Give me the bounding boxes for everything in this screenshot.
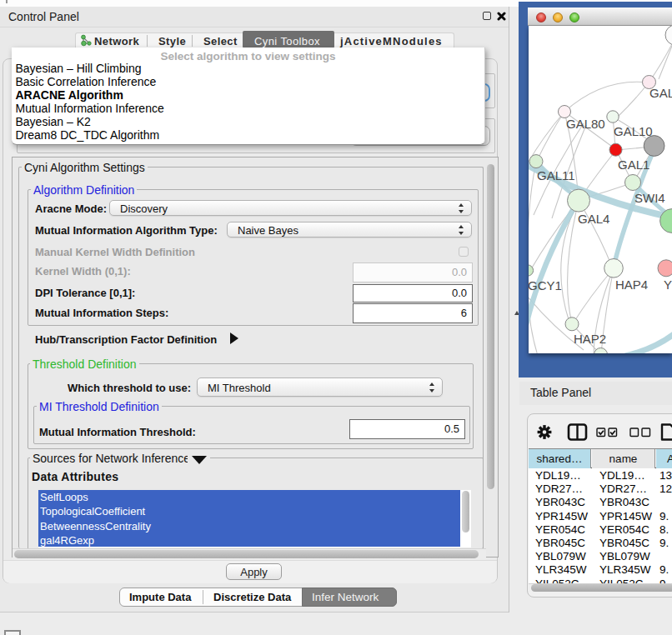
- svg-text:Y: Y: [664, 278, 672, 292]
- svg-text:GAL11: GAL11: [537, 168, 575, 182]
- svg-text:HAP2: HAP2: [574, 332, 606, 346]
- svg-text:GCY1: GCY1: [529, 278, 562, 292]
- svg-text:SWI4: SWI4: [634, 191, 665, 205]
- svg-text:GAL10: GAL10: [614, 124, 653, 138]
- svg-text:GAL80: GAL80: [566, 117, 605, 131]
- svg-text:GAL4: GAL4: [578, 212, 609, 226]
- svg-text:HAP4: HAP4: [615, 278, 648, 292]
- svg-text:GAL1: GAL1: [618, 158, 649, 172]
- svg-text:GAL7: GAL7: [649, 86, 672, 100]
